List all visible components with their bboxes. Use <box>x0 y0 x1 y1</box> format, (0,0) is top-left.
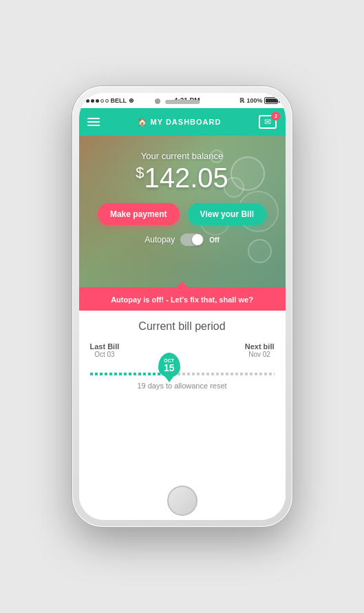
last-bill-label: Last Bill Oct 03 <box>90 342 120 358</box>
battery-fill <box>266 98 277 103</box>
autopay-row: Autopay Off <box>144 233 220 246</box>
toggle-knob <box>192 234 203 245</box>
signal-dot-3 <box>96 99 99 103</box>
status-right: ℝ 100% <box>239 97 278 104</box>
nav-title-area: 🏠 MY DASHBOARD <box>138 118 222 127</box>
phone-device: BELL ⊛ 4:21 PM ℝ 100% 🏠 MY DASHBOARD <box>72 86 292 527</box>
signal-dot-4 <box>100 99 104 103</box>
currency-symbol: $ <box>136 164 144 181</box>
timeline: Last Bill Oct 03 Next bill Nov 02 OCT <box>90 342 275 390</box>
bluetooth-icon: ℝ <box>239 97 244 104</box>
last-bill-title: Last Bill <box>90 342 120 351</box>
carrier-label: BELL <box>111 97 127 104</box>
phone-screen: BELL ⊛ 4:21 PM ℝ 100% 🏠 MY DASHBOARD <box>79 93 286 520</box>
home-icon: 🏠 <box>138 118 147 127</box>
make-payment-button[interactable]: Make payment <box>98 203 180 225</box>
battery-percent: 100% <box>246 97 262 104</box>
balance-amount: $142.05 <box>136 163 228 194</box>
autopay-label: Autopay <box>144 235 175 245</box>
next-bill-title: Next bill <box>245 342 275 351</box>
timeline-track: OCT 15 <box>90 372 275 376</box>
wifi-icon: ⊛ <box>129 97 134 104</box>
battery-icon <box>264 97 278 104</box>
marker-day: 15 <box>164 363 175 373</box>
hero-section: Your current balance $142.05 Make paymen… <box>79 136 286 287</box>
signal-strength <box>86 99 109 103</box>
bill-period-section: Current bill period Last Bill Oct 03 Nex… <box>79 311 286 486</box>
balance-value: 142.05 <box>144 163 228 193</box>
nav-bar: 🏠 MY DASHBOARD ✉ 2 <box>79 108 286 136</box>
next-bill-label: Next bill Nov 02 <box>245 342 275 358</box>
autopay-alert-banner[interactable]: Autopay is off! - Let's fix that, shall … <box>79 287 286 311</box>
alert-text: Autopay is off! - Let's fix that, shall … <box>111 295 253 304</box>
hero-content: Your current balance $142.05 Make paymen… <box>79 136 286 246</box>
autopay-toggle[interactable] <box>180 233 204 246</box>
status-left: BELL ⊛ <box>86 97 135 104</box>
view-bill-button[interactable]: View your Bill <box>188 203 266 225</box>
hamburger-menu-button[interactable] <box>87 118 100 126</box>
mail-button[interactable]: ✉ 2 <box>259 115 277 129</box>
balance-label: Your current balance <box>141 151 224 161</box>
last-bill-date: Oct 03 <box>94 351 114 358</box>
notification-badge: 2 <box>271 112 280 121</box>
date-marker: OCT 15 <box>158 353 180 377</box>
marker-pin: OCT 15 <box>158 353 180 377</box>
next-bill-date: Nov 02 <box>248 351 270 358</box>
signal-dot-1 <box>86 99 89 103</box>
timeline-labels: Last Bill Oct 03 Next bill Nov 02 <box>90 342 275 358</box>
home-button[interactable] <box>167 486 197 516</box>
track-empty <box>173 373 274 375</box>
signal-dot-2 <box>91 99 94 103</box>
phone-speaker <box>165 100 200 104</box>
hamburger-line-2 <box>87 121 100 123</box>
signal-dot-5 <box>105 99 109 103</box>
hamburger-line-3 <box>87 125 100 126</box>
autopay-state: Off <box>209 236 219 244</box>
hamburger-line-1 <box>87 118 100 119</box>
phone-camera <box>155 98 160 104</box>
nav-title: MY DASHBOARD <box>151 118 222 126</box>
bill-period-title: Current bill period <box>138 320 225 333</box>
action-buttons: Make payment View your Bill <box>98 203 266 225</box>
days-reset: 19 days to allowance reset <box>90 382 275 390</box>
